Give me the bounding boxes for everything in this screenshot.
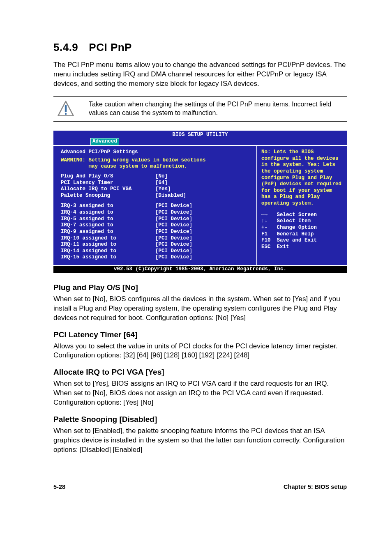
bios-setting-row[interactable]: Palette Snooping[Disabled] [61, 193, 251, 199]
subsection-body: When set to [Enabled], the palette snoop… [53, 426, 347, 455]
subsection-heading: PCI Latency Timer [64] [53, 330, 347, 339]
subsection-body: When set to [No], BIOS configures all th… [53, 295, 347, 323]
caution-note: Take caution when changing the settings … [53, 96, 347, 122]
bios-irq-row[interactable]: IRQ-7 assigned to[PCI Device] [61, 222, 251, 229]
bios-setting-row[interactable]: PCI Latency Timer[64] [61, 180, 251, 187]
section-heading: 5.4.9PCI PnP [53, 41, 347, 54]
caution-icon [53, 100, 78, 118]
bios-irq-row[interactable]: IRQ-11 assigned to[PCI Device] [61, 242, 251, 248]
bios-screenshot: BIOS SETUP UTILITY Advanced Advanced PCI… [53, 131, 347, 273]
bios-help-text: No: Lets the BIOS configure all the devi… [261, 149, 344, 207]
bios-setting-row[interactable]: Plug And Play O/S[No] [61, 173, 251, 180]
bios-irq-row[interactable]: IRQ-5 assigned to[PCI Device] [61, 216, 251, 223]
bios-panel-heading: Advanced PCI/PnP Settings [61, 149, 251, 156]
bios-irq-row[interactable]: IRQ-3 assigned to[PCI Device] [61, 203, 251, 210]
subsection-heading: Palette Snooping [Disabled] [53, 415, 347, 424]
bios-irq-row[interactable]: IRQ-15 assigned to[PCI Device] [61, 254, 251, 261]
subsection-body: When set to [Yes], BIOS assigns an IRQ t… [53, 379, 347, 408]
subsection-heading: Allocate IRQ to PCI VGA [Yes] [53, 368, 347, 377]
caution-text: Take caution when changing the settings … [78, 100, 347, 117]
page-number: 5-28 [53, 484, 65, 490]
intro-paragraph: The PCI PnP menu items allow you to chan… [53, 60, 347, 89]
page-footer: 5-28 Chapter 5: BIOS setup [53, 459, 347, 490]
bios-irq-row[interactable]: IRQ-14 assigned to[PCI Device] [61, 248, 251, 255]
bios-warning: WARNING: Setting wrong values in below s… [61, 157, 251, 170]
bios-legend: ←→ Select Screen ↑↓ Select Item +- Chang… [261, 212, 344, 251]
subsection-heading: Plug and Play O/S [No] [53, 283, 347, 292]
chapter-label: Chapter 5: BIOS setup [284, 484, 347, 490]
subsection-body: Allows you to select the value in units … [53, 342, 347, 361]
bios-irq-row[interactable]: IRQ-9 assigned to[PCI Device] [61, 229, 251, 235]
bios-irq-row[interactable]: IRQ-4 assigned to[PCI Device] [61, 210, 251, 216]
bios-title: BIOS SETUP UTILITY [53, 131, 347, 138]
section-title: PCI PnP [89, 41, 132, 53]
bios-irq-row[interactable]: IRQ-10 assigned to[PCI Device] [61, 235, 251, 242]
svg-point-2 [65, 113, 67, 115]
section-number: 5.4.9 [53, 41, 78, 53]
bios-footer: v02.53 (C)Copyright 1985-2003, American … [53, 265, 347, 273]
bios-setting-row[interactable]: Allocate IRQ to PCI VGA[Yes] [61, 186, 251, 193]
bios-tab-advanced[interactable]: Advanced [90, 138, 119, 145]
